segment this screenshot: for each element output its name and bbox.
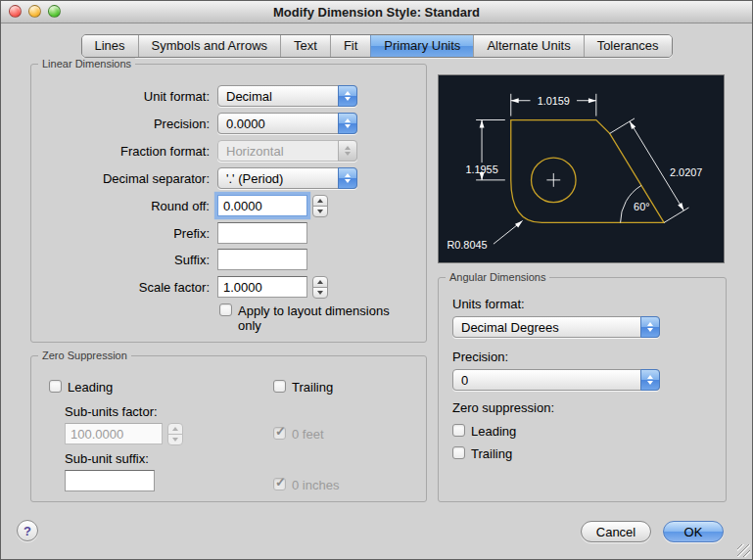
checkbox-check-icon — [273, 427, 286, 440]
zero-suppression-group: Zero Suppression Leading Trailing Sub-un… — [30, 355, 427, 502]
linear-dimensions-group-title: Linear Dimensions — [38, 58, 135, 70]
stepper-decrement-button[interactable] — [312, 287, 328, 299]
prefix-label: Prefix: — [41, 226, 210, 241]
preview-drawing: 1.0159 1.1955 2.0207 60° — [439, 75, 724, 262]
cancel-button[interactable]: Cancel — [581, 521, 651, 542]
window-title: Modify Dimension Style: Standard — [1, 5, 752, 20]
angular-leading-label: Leading — [471, 424, 516, 439]
tab-symbols-and-arrows[interactable]: Symbols and Arrows — [138, 35, 281, 57]
tab-fit[interactable]: Fit — [330, 35, 370, 57]
decimal-separator-value: '.' (Period) — [226, 171, 283, 186]
title-bar: Modify Dimension Style: Standard — [1, 1, 752, 23]
angular-trailing-checkbox[interactable]: Trailing — [452, 446, 512, 461]
angular-precision-value: 0 — [461, 373, 468, 388]
angular-units-format-select[interactable]: Decimal Degrees — [452, 316, 660, 338]
popup-arrows-icon — [338, 113, 357, 134]
zero-feet-checkbox: 0 feet — [273, 427, 324, 442]
tab-lines[interactable]: Lines — [81, 35, 137, 57]
help-icon: ? — [24, 524, 31, 538]
minimize-button[interactable] — [28, 5, 41, 18]
apply-layout-dimensions-label: Apply to layout dimensions only — [238, 303, 411, 333]
dialog-window: Modify Dimension Style: Standard Lines S… — [0, 0, 753, 560]
popup-arrows-icon — [338, 140, 357, 162]
dim-angle-text: 60° — [634, 201, 649, 212]
dim-arrow-icon — [480, 120, 485, 128]
scale-factor-label: Scale factor: — [41, 280, 210, 295]
angular-dimensions-group-title: Angular Dimensions — [446, 271, 549, 283]
fraction-format-value: Horizontal — [226, 144, 284, 159]
popup-arrows-icon — [338, 85, 357, 107]
fraction-format-select: Horizontal — [217, 140, 357, 162]
round-off-stepper — [312, 195, 328, 217]
checkbox-check-icon — [273, 478, 286, 490]
round-off-input[interactable] — [217, 195, 307, 216]
checkbox-box-icon — [452, 424, 465, 437]
leading-checkbox[interactable]: Leading — [49, 380, 113, 395]
checkbox-box-icon — [452, 446, 465, 459]
ok-button-label: OK — [684, 525, 703, 539]
tab-primary-units[interactable]: Primary Units — [370, 35, 473, 57]
resize-grip[interactable] — [737, 544, 750, 557]
precision-label: Precision: — [41, 117, 210, 131]
checkbox-box-icon — [273, 380, 286, 393]
tab-tolerances[interactable]: Tolerances — [584, 35, 672, 57]
popup-arrows-icon — [338, 167, 357, 189]
dim-arrow-icon — [630, 121, 635, 129]
sub-unit-suffix-label: Sub-unit suffix: — [65, 451, 231, 466]
stepper-decrement-button[interactable] — [312, 206, 328, 217]
precision-value: 0.0000 — [226, 117, 265, 131]
ok-button[interactable]: OK — [663, 521, 724, 542]
unit-format-select[interactable]: Decimal — [217, 85, 357, 107]
suffix-label: Suffix: — [41, 253, 210, 267]
angular-trailing-label: Trailing — [471, 446, 512, 461]
suffix-input[interactable] — [217, 249, 307, 270]
tab-alternate-units[interactable]: Alternate Units — [473, 35, 583, 57]
angular-precision-select[interactable]: 0 — [452, 369, 660, 391]
unit-format-value: Decimal — [226, 89, 272, 104]
tab-text[interactable]: Text — [280, 35, 330, 57]
angular-precision-label: Precision: — [452, 350, 648, 364]
dim-top-text: 1.0159 — [538, 95, 570, 107]
sub-units-factor-stepper — [167, 423, 183, 445]
apply-layout-dimensions-checkbox[interactable]: Apply to layout dimensions only — [219, 303, 411, 333]
leading-label: Leading — [68, 380, 113, 395]
checkbox-box-icon — [219, 303, 232, 316]
zoom-button[interactable] — [48, 5, 61, 18]
scale-factor-stepper — [312, 276, 328, 299]
angular-dimensions-group: Angular Dimensions Units format: Decimal… — [438, 277, 727, 502]
zero-inches-checkbox: 0 inches — [273, 478, 339, 492]
window-controls — [9, 5, 61, 18]
trailing-checkbox[interactable]: Trailing — [273, 380, 333, 395]
close-button[interactable] — [9, 5, 22, 18]
dim-arrow-icon — [515, 220, 523, 227]
dim-arrow-icon — [588, 98, 596, 103]
popup-arrows-icon — [640, 369, 660, 391]
angular-zero-suppression-label: Zero suppression: — [452, 400, 648, 415]
dim-arrow-icon — [511, 98, 519, 103]
dim-diagonal-text: 2.0207 — [670, 166, 702, 178]
scale-factor-input[interactable] — [217, 276, 307, 298]
angular-units-format-label: Units format: — [452, 297, 648, 311]
angular-leading-checkbox[interactable]: Leading — [452, 424, 516, 439]
checkbox-box-icon — [49, 380, 62, 393]
dim-left-text: 1.1955 — [465, 163, 497, 175]
help-button[interactable]: ? — [17, 520, 38, 541]
fraction-format-label: Fraction format: — [41, 144, 210, 159]
precision-select[interactable]: 0.0000 — [217, 113, 357, 134]
stepper-decrement-button — [167, 434, 183, 445]
prefix-input[interactable] — [217, 222, 307, 244]
dim-arrow-icon — [678, 203, 683, 210]
decimal-separator-label: Decimal separator: — [41, 171, 210, 186]
round-off-label: Round off: — [41, 199, 210, 213]
angular-units-format-value: Decimal Degrees — [461, 320, 559, 335]
zero-suppression-group-title: Zero Suppression — [38, 350, 131, 361]
zero-inches-label: 0 inches — [292, 478, 339, 492]
decimal-separator-select[interactable]: '.' (Period) — [217, 167, 357, 189]
dimension-preview-panel: 1.0159 1.1955 2.0207 60° — [438, 74, 725, 263]
sub-unit-suffix-input[interactable] — [65, 470, 155, 491]
sub-units-factor-input — [65, 423, 163, 444]
trailing-label: Trailing — [292, 380, 333, 395]
popup-arrows-icon — [640, 316, 660, 338]
cancel-button-label: Cancel — [596, 525, 635, 539]
tab-bar: Lines Symbols and Arrows Text Fit Primar… — [80, 34, 672, 58]
